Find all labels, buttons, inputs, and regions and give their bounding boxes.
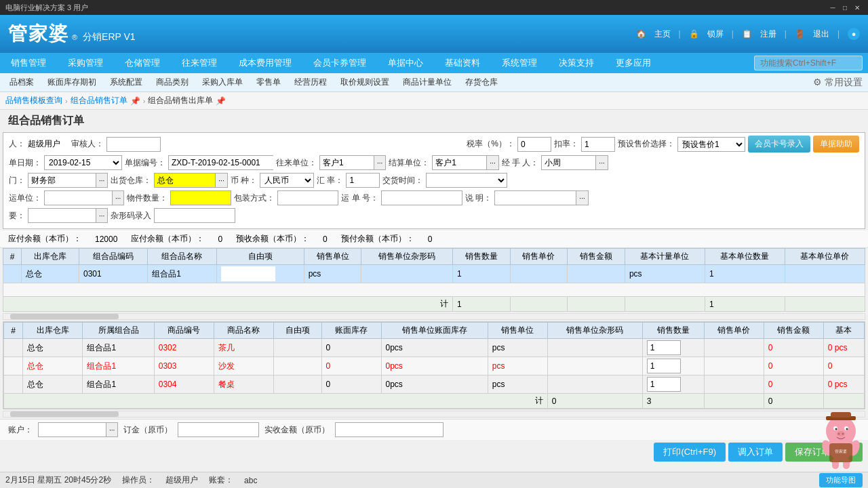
menu-system[interactable]: 系统管理 <box>496 54 542 72</box>
order-no-input[interactable] <box>168 155 273 170</box>
menu-transactions[interactable]: 往来管理 <box>176 54 222 72</box>
rate-input[interactable] <box>346 173 380 188</box>
discount-input[interactable] <box>581 137 615 152</box>
td2-code: 0302 <box>154 339 214 357</box>
maximize-btn[interactable]: □ <box>840 3 850 12</box>
td2-combo: 组合品1 <box>83 339 154 357</box>
th2-unit: 销售单位 <box>488 323 547 339</box>
actual-input[interactable] <box>335 422 443 437</box>
sub-tool-uom[interactable]: 商品计量单位 <box>399 75 456 89</box>
req-btn[interactable]: ··· <box>96 208 108 223</box>
handler-input[interactable] <box>541 155 595 170</box>
lock-btn[interactable]: 锁屏 <box>707 28 724 40</box>
member-btn[interactable]: 会员卡号录入 <box>748 136 810 152</box>
scroll-thumb-2[interactable] <box>10 411 119 417</box>
td2-qty[interactable] <box>642 357 704 375</box>
account-input[interactable] <box>38 422 106 437</box>
currency-select[interactable]: 人民币 <box>260 173 314 188</box>
to-unit-btn[interactable]: ··· <box>374 155 386 170</box>
table-row[interactable]: 总仓 组合品1 0304 餐桌 0 0pcs pcs 0 0 pcs <box>4 375 865 394</box>
account-btn[interactable]: ··· <box>106 422 118 437</box>
title-buttons[interactable]: ─ □ ✕ <box>827 3 863 12</box>
tax-input[interactable] <box>517 137 551 152</box>
status-operator-label: 操作员： <box>122 474 155 486</box>
ship-input[interactable] <box>44 190 112 205</box>
req-container: ··· <box>28 208 108 223</box>
menu-cost[interactable]: 成本费用管理 <box>233 54 297 72</box>
td-base-unit: pcs <box>625 265 705 283</box>
function-map-btn[interactable]: 功能导图 <box>819 473 863 487</box>
home-btn[interactable]: 主页 <box>654 28 671 40</box>
handler-btn[interactable]: ··· <box>595 155 608 170</box>
scroll-thumb-1[interactable] <box>10 314 119 319</box>
settings-icon[interactable]: ⚙ 常用设置 <box>813 77 863 89</box>
scroll-area-2[interactable] <box>3 411 865 418</box>
help-btn[interactable]: 单据助助 <box>813 136 859 152</box>
table-row[interactable]: 总仓 0301 组合品1 pcs 1 pcs 1 <box>3 265 865 283</box>
exchange-select[interactable] <box>426 173 507 188</box>
sub-tool-pricing[interactable]: 取价规则设置 <box>336 75 393 89</box>
menu-basics[interactable]: 基础资料 <box>439 54 486 72</box>
breadcrumb-item-1[interactable]: 品销售模板查询 <box>5 95 62 106</box>
menu-purchase[interactable]: 采购管理 <box>62 54 108 72</box>
th-base-qty: 基本单位数量 <box>705 249 785 265</box>
sub-tool-category[interactable]: 商品类别 <box>152 75 193 89</box>
td2-price <box>704 339 764 357</box>
pack-input[interactable] <box>277 190 338 205</box>
menu-orders[interactable]: 单据中心 <box>382 54 429 72</box>
menu-search-input[interactable] <box>754 56 863 70</box>
td-free[interactable] <box>216 265 304 283</box>
import-btn[interactable]: 调入订单 <box>728 443 783 462</box>
menu-member[interactable]: 会员卡券管理 <box>308 54 372 72</box>
breadcrumb-item-2[interactable]: 组合品销售订单 <box>71 95 127 106</box>
date-select[interactable]: 2019-02-15 <box>44 155 122 170</box>
dept-input[interactable] <box>28 173 96 188</box>
breadcrumb: 品销售模板查询 › 组合品销售订单 📌 › 组合品销售出库单 📌 <box>0 92 868 110</box>
minimize-btn[interactable]: ─ <box>827 3 838 12</box>
scroll-area-1[interactable] <box>3 313 865 320</box>
ship-no-input[interactable] <box>381 190 462 205</box>
settle-input[interactable] <box>432 155 486 170</box>
menu-decision[interactable]: 决策支持 <box>553 54 599 72</box>
ship-btn[interactable]: ··· <box>112 190 124 205</box>
order-input[interactable] <box>178 422 259 437</box>
warehouse-input[interactable] <box>154 173 215 188</box>
menu-more[interactable]: 更多应用 <box>610 54 656 72</box>
review-input[interactable] <box>106 137 161 152</box>
dept-btn[interactable]: ··· <box>96 173 108 188</box>
sub-tool-retail[interactable]: 零售单 <box>252 75 285 89</box>
td2-stock: 0 <box>321 339 381 357</box>
register-btn[interactable]: 注册 <box>760 28 776 40</box>
td-empty <box>3 283 865 297</box>
sub-tool-purchase[interactable]: 采购入库单 <box>198 75 247 89</box>
menu-warehouse[interactable]: 仓储管理 <box>119 54 165 72</box>
th2-stock: 账面库存 <box>321 323 381 339</box>
table2-footer-row: 计 0 3 0 <box>4 394 865 409</box>
td2-qty[interactable] <box>642 339 704 357</box>
sub-tool-stock[interactable]: 账面库存期初 <box>43 75 100 89</box>
sub-tool-product[interactable]: 品档案 <box>5 75 38 89</box>
remark-btn[interactable]: ··· <box>576 190 588 205</box>
print-btn[interactable]: 打印(Ctrl+F9) <box>654 443 726 462</box>
remark-input[interactable] <box>494 190 576 205</box>
table-row[interactable]: 总仓 组合品1 0303 沙发 0 0pcs pcs 0 0 <box>4 357 865 375</box>
td2-qty[interactable] <box>642 375 704 394</box>
sub-tool-history[interactable]: 经营历程 <box>290 75 331 89</box>
person-value: 超级用户 <box>28 138 68 150</box>
warehouse-btn[interactable]: ··· <box>215 173 227 188</box>
item-count-input[interactable] <box>170 190 231 205</box>
td2-combo: 组合品1 <box>83 357 154 375</box>
sub-tool-config[interactable]: 系统配置 <box>106 75 146 89</box>
close-btn[interactable]: ✕ <box>852 3 863 12</box>
price-select[interactable]: 预设售价1 <box>677 137 745 152</box>
barcode-input[interactable] <box>154 208 235 223</box>
table-row[interactable]: 总仓 组合品1 0302 茶几 0 0pcs pcs 0 0 pcs <box>4 339 865 357</box>
exit-btn[interactable]: 退出 <box>813 28 829 40</box>
sub-tool-storage[interactable]: 存货仓库 <box>461 75 502 89</box>
to-unit-input[interactable] <box>319 155 374 170</box>
req-input[interactable] <box>28 208 96 223</box>
settle-btn[interactable]: ··· <box>486 155 498 170</box>
td-base-qty: 1 <box>705 265 785 283</box>
menu-sales[interactable]: 销售管理 <box>5 54 52 72</box>
info-btn[interactable]: ● <box>848 28 860 40</box>
